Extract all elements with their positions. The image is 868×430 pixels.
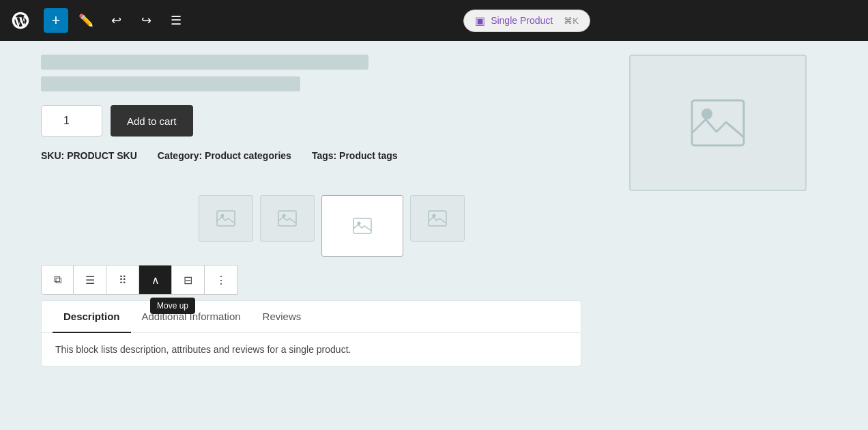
product-image-placeholder bbox=[629, 55, 807, 191]
title-placeholder-bar bbox=[41, 55, 368, 70]
tab-content-area: This block lists description, attributes… bbox=[42, 333, 581, 366]
gallery-thumb-4 bbox=[410, 195, 465, 242]
tabs-header: Description Additional Information Revie… bbox=[42, 301, 581, 333]
redo-button[interactable]: ↪ bbox=[134, 8, 158, 33]
tab-reviews[interactable]: Reviews bbox=[252, 301, 313, 333]
main-content: 1 Add to cart SKU: PRODUCT SKU Category:… bbox=[0, 41, 868, 430]
tags-field: Tags: Product tags bbox=[312, 150, 398, 161]
undo-button[interactable]: ↩ bbox=[104, 8, 128, 33]
content-grid: 1 Add to cart SKU: PRODUCT SKU Category:… bbox=[41, 55, 827, 367]
drag-handle-button[interactable]: ⠿ bbox=[106, 265, 139, 295]
product-meta: SKU: PRODUCT SKU Category: Product categ… bbox=[41, 150, 581, 161]
gallery-thumb-2 bbox=[260, 195, 315, 242]
sku-field: SKU: PRODUCT SKU bbox=[41, 150, 137, 161]
wordpress-logo[interactable] bbox=[8, 8, 33, 33]
template-title: Single Product bbox=[491, 15, 553, 26]
category-field: Category: Product categories bbox=[158, 150, 291, 161]
template-icon: ▣ bbox=[475, 14, 485, 27]
block-toolbar: ⧉ ☰ ⠿ ∧ ⊟ ⋮ Move up bbox=[41, 265, 237, 295]
gallery-thumb-3 bbox=[321, 195, 403, 257]
tags-value: Product tags bbox=[339, 150, 398, 161]
align-button[interactable]: ⊟ bbox=[172, 265, 205, 295]
list-view-button[interactable]: ☰ bbox=[164, 8, 188, 33]
sku-label: SKU: bbox=[41, 150, 64, 161]
tab-description[interactable]: Description bbox=[53, 301, 131, 333]
keyboard-shortcut: ⌘K bbox=[564, 16, 579, 26]
svg-point-9 bbox=[701, 109, 712, 119]
gallery-thumb-1 bbox=[199, 195, 253, 242]
toolbar-center: ▣ Single Product ⌘K bbox=[194, 10, 860, 32]
sku-value: PRODUCT SKU bbox=[67, 150, 137, 161]
right-column bbox=[609, 55, 827, 367]
left-column: 1 Add to cart SKU: PRODUCT SKU Category:… bbox=[41, 55, 581, 367]
move-up-tooltip: Move up bbox=[150, 298, 195, 314]
duplicate-block-button[interactable]: ⧉ bbox=[41, 265, 74, 295]
category-value: Product categories bbox=[205, 150, 291, 161]
template-badge[interactable]: ▣ Single Product ⌘K bbox=[463, 10, 590, 32]
edit-tool-button[interactable]: ✏️ bbox=[74, 8, 98, 33]
subtitle-placeholder-bar bbox=[41, 76, 300, 91]
move-up-button[interactable]: ∧ bbox=[139, 265, 172, 295]
quantity-input[interactable]: 1 bbox=[41, 105, 102, 137]
spacer bbox=[41, 161, 581, 195]
add-block-button[interactable]: + bbox=[44, 8, 68, 33]
block-type-button[interactable]: ☰ bbox=[74, 265, 106, 295]
purchase-row: 1 Add to cart bbox=[41, 105, 581, 137]
product-title-area bbox=[41, 55, 581, 91]
tab-description-text: This block lists description, attributes… bbox=[55, 344, 567, 355]
more-options-button[interactable]: ⋮ bbox=[205, 265, 237, 295]
top-toolbar: + ✏️ ↩ ↪ ☰ ▣ Single Product ⌘K bbox=[0, 0, 868, 41]
gallery-thumbnails bbox=[82, 195, 581, 257]
add-to-cart-button[interactable]: Add to cart bbox=[111, 105, 193, 137]
svg-rect-8 bbox=[692, 100, 744, 145]
product-tabs-container: Description Additional Information Revie… bbox=[41, 300, 581, 367]
tags-label: Tags: bbox=[312, 150, 336, 161]
category-label: Category: bbox=[158, 150, 202, 161]
